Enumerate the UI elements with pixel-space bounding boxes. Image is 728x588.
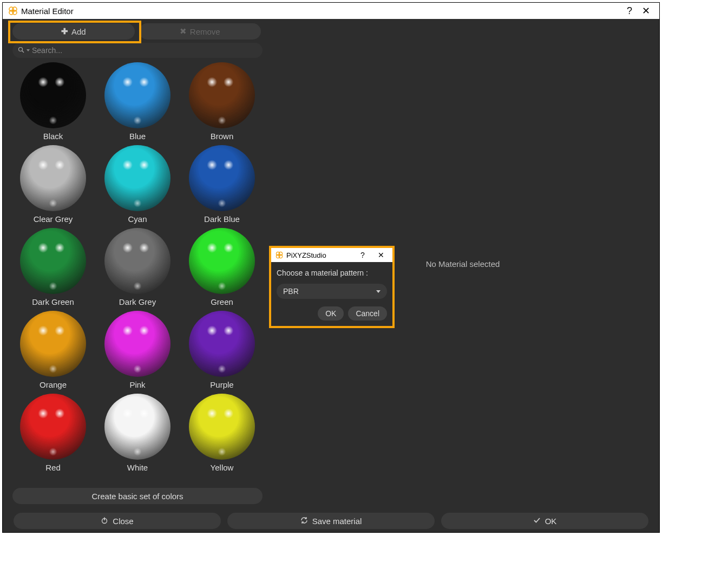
material-item[interactable]: Dark Blue (181, 145, 263, 226)
material-label: Clear Grey (34, 214, 73, 224)
material-label: Orange (40, 380, 67, 389)
material-sphere (189, 228, 255, 294)
material-item[interactable]: Cyan (97, 145, 178, 226)
search-input[interactable] (32, 46, 257, 55)
dialog-close-button[interactable]: ✕ (373, 251, 389, 259)
add-button[interactable]: ✚ Add (12, 23, 135, 40)
material-label: Yellow (211, 463, 234, 472)
plus-icon: ✚ (61, 27, 68, 36)
create-basic-colors-button[interactable]: Create basic set of colors (12, 488, 263, 504)
material-sphere (189, 62, 255, 128)
material-item[interactable]: Blue (97, 62, 178, 143)
save-button-label: Save material (312, 517, 362, 526)
app-icon (8, 6, 18, 16)
material-item[interactable]: White (97, 394, 178, 474)
chevron-down-icon (376, 290, 381, 293)
close-window-button[interactable]: ✕ (638, 3, 654, 19)
svg-point-9 (279, 254, 282, 258)
dialog-titlebar: PiXYZStudio ? ✕ (271, 248, 392, 262)
material-item[interactable]: Clear Grey (12, 145, 94, 226)
power-icon (101, 517, 108, 526)
dialog-ok-label: OK (325, 309, 336, 318)
remove-button-label: Remove (190, 27, 220, 36)
material-label: Dark Blue (204, 214, 240, 224)
app-icon (276, 251, 283, 259)
add-button-label: Add (71, 27, 86, 36)
material-label: Blue (129, 132, 146, 141)
material-item[interactable]: Black (12, 62, 94, 143)
save-material-button[interactable]: Save material (227, 513, 435, 529)
dialog-title: PiXYZStudio (286, 251, 352, 259)
material-sphere (20, 228, 86, 294)
material-label: Green (211, 297, 233, 306)
footer: Close Save material OK (3, 508, 659, 533)
close-button[interactable]: Close (14, 513, 221, 529)
material-sphere (104, 145, 170, 211)
material-item[interactable]: Green (181, 228, 263, 309)
dialog-body: Choose a material pattern : PBR OK Cance… (271, 262, 392, 326)
material-item[interactable]: Dark Green (12, 228, 94, 309)
check-icon (533, 517, 541, 526)
material-label: Brown (211, 132, 234, 141)
svg-point-3 (12, 10, 17, 15)
ok-button[interactable]: OK (441, 513, 648, 529)
material-sphere (20, 311, 86, 377)
dialog-cancel-button[interactable]: Cancel (348, 306, 387, 321)
material-sphere (104, 394, 170, 460)
material-sphere (189, 145, 255, 211)
create-basic-colors-label: Create basic set of colors (91, 492, 183, 501)
remove-button[interactable]: ✖ Remove (139, 23, 261, 40)
material-label: Black (43, 132, 63, 141)
material-sphere (189, 394, 255, 460)
search-filter-dropdown-icon[interactable] (27, 49, 30, 51)
material-sphere (20, 394, 86, 460)
dialog-help-button[interactable]: ? (355, 251, 371, 259)
search-icon (18, 46, 24, 55)
material-sphere (20, 62, 86, 128)
material-sphere (104, 62, 170, 128)
titlebar: Material Editor ? ✕ (3, 3, 659, 19)
help-button[interactable]: ? (621, 3, 638, 19)
material-item[interactable]: Orange (12, 311, 94, 391)
material-label: Dark Green (32, 297, 74, 306)
ok-button-label: OK (545, 517, 557, 526)
svg-point-4 (19, 48, 23, 51)
materials-grid: BlackBlueBrownClear GreyCyanDark BlueDar… (12, 62, 266, 484)
pattern-select-value: PBR (283, 287, 299, 296)
window-title: Material Editor (21, 6, 74, 16)
material-item[interactable]: Brown (181, 62, 263, 143)
search-bar[interactable] (12, 43, 263, 58)
pattern-select[interactable]: PBR (277, 284, 387, 299)
dialog-cancel-label: Cancel (356, 309, 379, 318)
dialog-ok-button[interactable]: OK (318, 306, 344, 321)
material-label: Purple (210, 380, 233, 389)
dialog-prompt: Choose a material pattern : (277, 269, 387, 277)
material-label: Pink (129, 380, 145, 389)
empty-state-text: No Material selected (426, 259, 500, 269)
remove-icon: ✖ (180, 27, 187, 36)
material-editor-window: Material Editor ? ✕ ✚ Add ✖ Remove (2, 2, 660, 533)
material-label: Dark Grey (119, 297, 156, 306)
material-label: Cyan (128, 214, 147, 224)
svg-line-5 (22, 51, 24, 53)
toolbar-row: ✚ Add ✖ Remove (12, 23, 261, 40)
material-item[interactable]: Purple (181, 311, 263, 391)
material-item[interactable]: Pink (97, 311, 178, 391)
close-button-label: Close (113, 517, 133, 526)
refresh-icon (300, 517, 308, 526)
material-item[interactable]: Yellow (181, 394, 263, 474)
material-item[interactable]: Red (12, 394, 94, 474)
material-sphere (104, 311, 170, 377)
main-area: ✚ Add ✖ Remove BlackBlueBrownClear GreyC… (3, 19, 659, 508)
material-item[interactable]: Dark Grey (97, 228, 178, 309)
dialog-button-row: OK Cancel (277, 306, 387, 321)
material-sphere (104, 228, 170, 294)
material-sphere (189, 311, 255, 377)
material-sphere (20, 145, 86, 211)
material-label: Red (45, 463, 61, 472)
materials-panel: ✚ Add ✖ Remove BlackBlueBrownClear GreyC… (3, 19, 266, 508)
materials-grid-wrap: BlackBlueBrownClear GreyCyanDark BlueDar… (12, 62, 266, 484)
material-label: White (127, 463, 148, 472)
pattern-dialog: PiXYZStudio ? ✕ Choose a material patter… (269, 246, 395, 328)
